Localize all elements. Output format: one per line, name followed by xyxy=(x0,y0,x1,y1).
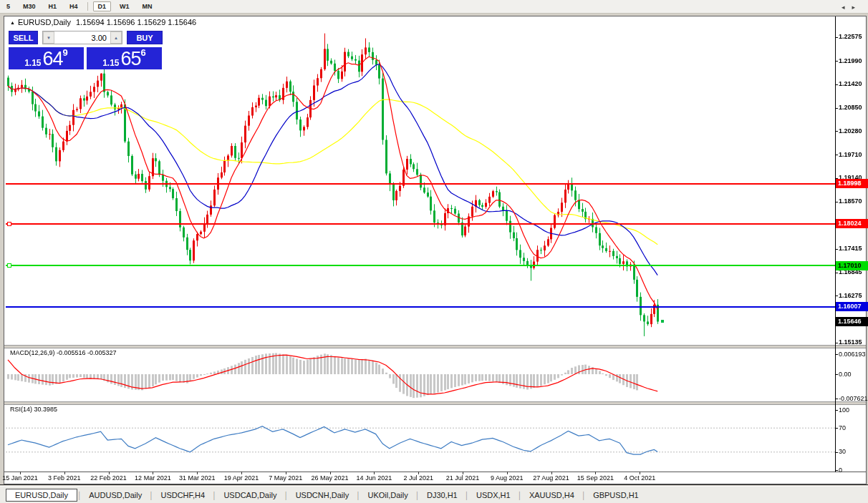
volume-increase-button[interactable]: ▲ xyxy=(110,31,122,44)
price-flag: 1.18998 xyxy=(836,179,868,188)
tab-scroll-left-icon[interactable]: ◂ xyxy=(842,4,852,11)
macd-axis-label: 0.00 xyxy=(839,371,852,378)
rsi-axis-label: 0 xyxy=(839,467,842,474)
date-axis-label: 2 Jul 2021 xyxy=(403,474,433,482)
price-flag: 1.17010 xyxy=(836,261,868,270)
sell-price-panel[interactable]: 1.15649 xyxy=(9,47,84,69)
date-axis-label: 15 Jan 2021 xyxy=(2,474,38,482)
sell-price-small: 1.15 xyxy=(24,58,41,68)
date-axis-label: 27 Aug 2021 xyxy=(533,474,569,482)
date-axis-label: 22 Feb 2021 xyxy=(90,474,127,482)
price-axis-label: 1.17415 xyxy=(839,245,862,252)
chart-tab-usdcad[interactable]: USDCAD,Daily xyxy=(216,489,284,501)
price-flag: 1.16007 xyxy=(836,302,868,311)
chart-tab-gbpusd[interactable]: GBPUSD,H1 xyxy=(586,489,646,501)
date-axis-label: 9 Aug 2021 xyxy=(491,474,524,482)
volume-decrease-button[interactable]: ▼ xyxy=(43,31,54,44)
macd-axis-label: 0.006193 xyxy=(839,351,866,358)
chart-tab-usdx[interactable]: USDX,H1 xyxy=(469,489,518,501)
symbol-triangle-icon: ▲ xyxy=(10,20,15,25)
volume-group: ▼ ▲ xyxy=(42,31,122,44)
tab-scroll-arrows: ◂▸ xyxy=(842,4,862,11)
macd-label: MACD(12,26,9) -0.005516 -0.005327 xyxy=(10,349,117,356)
date-axis-label: 14 Jun 2021 xyxy=(357,474,392,482)
date-axis-label: 26 May 2021 xyxy=(312,474,349,482)
date-axis-label: 3 Feb 2021 xyxy=(48,474,81,482)
price-axis-label: 1.20280 xyxy=(839,127,862,135)
date-axis-label: 4 Oct 2021 xyxy=(624,474,655,482)
chart-title: ▲EURUSD,Daily1.15694 1.15696 1.15629 1.1… xyxy=(10,18,196,26)
chart-tab-audusd[interactable]: AUDUSD,Daily xyxy=(82,489,149,501)
buy-price-sup: 6 xyxy=(141,44,146,62)
date-axis-label: 12 Mar 2021 xyxy=(135,474,171,482)
chart-symbol-label: EURUSD,Daily xyxy=(18,18,71,26)
price-flag: 1.15646 xyxy=(836,317,868,326)
buy-price-panel[interactable]: 1.15656 xyxy=(87,47,162,69)
chart-tab-eurusd[interactable]: EURUSD,Daily xyxy=(6,489,77,502)
price-flag: 1.18024 xyxy=(836,219,868,228)
price-axis-label: 1.20850 xyxy=(839,104,862,111)
spin-up-icon: ▲ xyxy=(114,36,118,40)
buy-price-big: 65 xyxy=(121,49,141,68)
sell-price-big: 64 xyxy=(43,49,63,68)
price-axis-label: 1.21420 xyxy=(839,80,862,87)
date-axis-label: 7 May 2021 xyxy=(269,474,302,482)
price-axis-label: 1.21990 xyxy=(839,57,862,64)
chart-ohlc-values: 1.15694 1.15696 1.15629 1.15646 xyxy=(76,18,196,26)
price-axis-label: 1.19710 xyxy=(839,151,862,158)
date-axis-label: 31 Mar 2021 xyxy=(179,474,216,482)
date-axis-label: 19 Apr 2021 xyxy=(224,474,259,482)
chart-tab-usdchf[interactable]: USDCHF,H4 xyxy=(153,489,212,501)
price-axis-label: 1.16275 xyxy=(839,292,862,299)
rsi-axis-label: 100 xyxy=(839,406,849,414)
price-axis-label: 1.22575 xyxy=(839,33,862,40)
one-click-trade-panel: SELL ▼ ▲ BUY 1.15649 1.15656 xyxy=(9,31,163,69)
chart-tab-usdcnh[interactable]: USDCNH,Daily xyxy=(289,489,357,501)
chart-tab-xauusd[interactable]: XAUUSD,H4 xyxy=(522,489,582,501)
macd-axis-label: -0.007621 xyxy=(839,395,868,402)
date-axis-label: 21 Jul 2021 xyxy=(446,474,480,482)
tab-scroll-right-icon[interactable]: ▸ xyxy=(852,4,862,11)
rsi-axis-label: 70 xyxy=(839,424,846,431)
chart-tab-dj30[interactable]: DJ30,H1 xyxy=(420,489,465,501)
price-axis-label: 1.15135 xyxy=(839,338,862,346)
chart-tab-bar: EURUSD,Daily│AUDUSD,Daily│USDCHF,H4│USDC… xyxy=(0,486,868,503)
spin-down-icon: ▼ xyxy=(47,36,51,40)
rsi-axis-label: 30 xyxy=(839,448,846,455)
chart-canvas[interactable] xyxy=(0,0,868,503)
volume-input[interactable] xyxy=(54,31,110,44)
buy-price-small: 1.15 xyxy=(102,58,119,68)
buy-button[interactable]: BUY xyxy=(127,31,163,44)
mt4-terminal: 5M30H1H4D1W1MN ▲EURUSD,Daily1.15694 1.15… xyxy=(0,0,868,503)
date-axis-label: 15 Sep 2021 xyxy=(577,474,614,482)
chart-tab-ukoil[interactable]: UKOil,Daily xyxy=(360,489,415,501)
rsi-label: RSI(14) 30.3985 xyxy=(10,406,57,413)
sell-button[interactable]: SELL xyxy=(9,31,38,44)
sell-price-sup: 9 xyxy=(63,44,68,62)
window-bottom-border xyxy=(0,484,868,485)
price-axis-label: 1.18570 xyxy=(839,197,862,205)
